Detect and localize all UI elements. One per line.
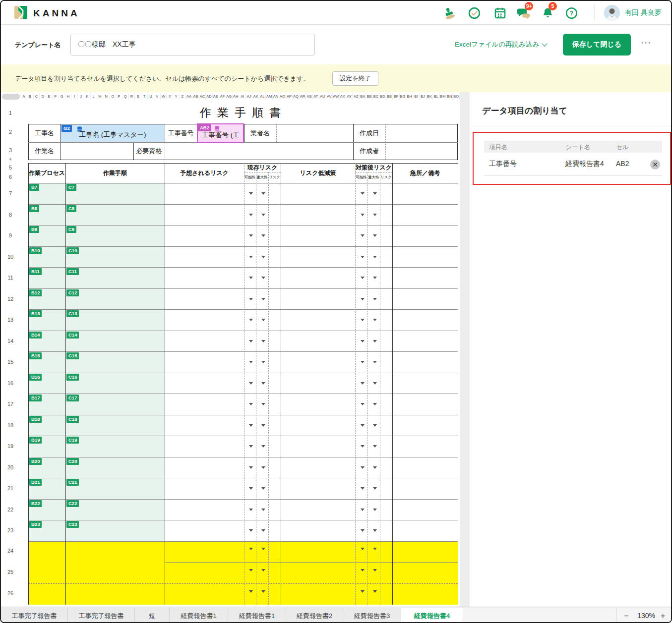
dropdown-arrow[interactable] [261,298,265,300]
dropdown-arrow[interactable] [361,214,365,216]
dropdown-arrow[interactable] [361,234,365,237]
dropdown-arrow[interactable] [261,214,265,216]
dropdown-arrow[interactable] [361,529,365,532]
template-name-input[interactable] [70,34,315,56]
delete-assignment-button[interactable]: ✕ [650,160,660,170]
dropdown-arrow[interactable] [261,277,265,279]
more-menu-button[interactable]: ⋯ [641,37,652,49]
dropdown-arrow[interactable] [373,548,377,550]
dropdown-arrow[interactable] [373,569,377,571]
end-settings-button[interactable]: 設定を終了 [332,71,378,86]
check-circle-icon[interactable] [468,6,481,20]
dropdown-arrow[interactable] [373,340,377,342]
dropdown-arrow[interactable] [361,509,365,511]
dropdown-arrow[interactable] [249,590,253,593]
dropdown-arrow[interactable] [361,466,365,469]
dropdown-arrow[interactable] [249,234,253,237]
avatar[interactable] [604,5,620,21]
dropdown-arrow[interactable] [249,277,253,279]
dropdown-arrow[interactable] [249,319,253,321]
dropdown-arrow[interactable] [361,298,365,300]
dropdown-arrow[interactable] [261,569,265,571]
dropdown-arrow[interactable] [261,445,265,448]
calendar-icon[interactable] [493,6,507,20]
dropdown-arrow[interactable] [361,569,365,571]
sheet-tab[interactable]: 工事完了報告書 [68,608,135,623]
dropdown-arrow[interactable] [261,403,265,405]
dropdown-arrow[interactable] [373,214,377,216]
sheet-tab[interactable]: 経費報告書1 [228,608,286,623]
sheet-tab[interactable]: 経費報告書1 [170,608,228,623]
dropdown-arrow[interactable] [361,340,365,342]
dropdown-arrow[interactable] [249,509,253,511]
dropdown-arrow[interactable] [361,256,365,258]
stamp-icon[interactable] [442,6,456,20]
dropdown-arrow[interactable] [249,340,253,342]
sheet-corner-scrollbar[interactable] [2,94,20,100]
dropdown-arrow[interactable] [249,424,253,427]
dropdown-arrow[interactable] [249,361,253,363]
dropdown-arrow[interactable] [373,192,377,195]
sheet-tab[interactable]: 経費報告書2 [286,608,343,623]
dropdown-arrow[interactable] [373,487,377,490]
sheet-tab[interactable]: 短 [135,608,170,623]
dropdown-arrow[interactable] [373,466,377,469]
dropdown-arrow[interactable] [361,192,365,195]
dropdown-arrow[interactable] [373,590,377,593]
dropdown-arrow[interactable] [373,361,377,363]
zoom-out-button[interactable]: − [624,607,628,623]
dropdown-arrow[interactable] [261,548,265,550]
dropdown-arrow[interactable] [373,319,377,321]
help-icon[interactable]: ? [565,6,578,20]
dropdown-arrow[interactable] [249,529,253,532]
dropdown-arrow[interactable] [261,340,265,342]
dropdown-arrow[interactable] [249,487,253,490]
dropdown-arrow[interactable] [261,319,265,321]
dropdown-arrow[interactable] [361,382,365,385]
dropdown-arrow[interactable] [261,487,265,490]
dropdown-arrow[interactable] [249,548,253,550]
dropdown-arrow[interactable] [249,256,253,258]
assigned-cell-koji-mei[interactable]: G2工事名 (工事マスター) [61,124,164,142]
dropdown-arrow[interactable] [261,590,265,593]
dropdown-arrow[interactable] [373,403,377,405]
dropdown-arrow[interactable] [249,466,253,469]
dropdown-arrow[interactable] [373,445,377,448]
user-name[interactable]: 有田 具良夢 [625,8,662,17]
dropdown-arrow[interactable] [261,361,265,363]
dropdown-arrow[interactable] [361,403,365,405]
dropdown-arrow[interactable] [249,569,253,571]
zoom-in-button[interactable]: + [661,607,665,623]
dropdown-arrow[interactable] [249,298,253,300]
dropdown-arrow[interactable] [373,509,377,511]
dropdown-arrow[interactable] [361,487,365,490]
dropdown-arrow[interactable] [373,298,377,300]
dropdown-arrow[interactable] [261,234,265,237]
dropdown-arrow[interactable] [361,590,365,593]
assigned-cell-koji-bango[interactable]: AB2工事番号 (工 [197,123,244,143]
dropdown-arrow[interactable] [373,424,377,427]
dropdown-arrow[interactable] [373,382,377,385]
dropdown-arrow[interactable] [249,192,253,195]
dropdown-arrow[interactable] [373,529,377,532]
sheet-tab-active[interactable]: 経費報告書4 [401,608,463,623]
excel-reload-link[interactable]: Excelファイルの再読み込み [455,40,547,49]
sheet-tab[interactable]: 工事完了報告書 [1,608,68,623]
dropdown-arrow[interactable] [261,529,265,532]
dropdown-arrow[interactable] [261,509,265,511]
dropdown-arrow[interactable] [261,466,265,469]
dropdown-arrow[interactable] [361,445,365,448]
dropdown-arrow[interactable] [361,424,365,427]
dropdown-arrow[interactable] [373,277,377,279]
dropdown-arrow[interactable] [261,424,265,427]
dropdown-arrow[interactable] [261,382,265,385]
dropdown-arrow[interactable] [373,234,377,237]
dropdown-arrow[interactable] [261,256,265,258]
dropdown-arrow[interactable] [249,445,253,448]
dropdown-arrow[interactable] [261,192,265,195]
dropdown-arrow[interactable] [249,382,253,385]
sheet-tab[interactable]: 経費報告書3 [343,608,401,623]
dropdown-arrow[interactable] [361,277,365,279]
dropdown-arrow[interactable] [361,548,365,550]
dropdown-arrow[interactable] [249,214,253,216]
